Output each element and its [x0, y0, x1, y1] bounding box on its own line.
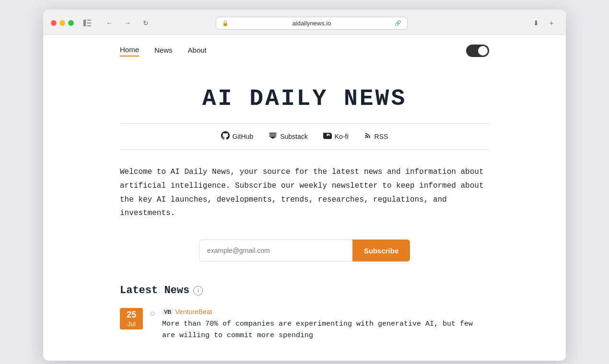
date-day: 25 [123, 310, 140, 320]
news-content: VB VentureBeat More than 70% of companie… [162, 308, 489, 341]
svg-point-6 [365, 136, 366, 138]
dark-mode-toggle[interactable] [466, 45, 489, 57]
refresh-icon: ↻ [143, 19, 149, 27]
substack-icon [269, 131, 277, 142]
refresh-button[interactable]: ↻ [139, 16, 152, 30]
rss-link[interactable]: RSS [364, 131, 388, 142]
new-tab-button[interactable]: + [545, 16, 558, 30]
svg-rect-2 [87, 23, 91, 23]
url-text: aidailynews.io [233, 20, 391, 27]
back-icon: ← [106, 19, 113, 27]
section-title: Latest News [120, 284, 189, 296]
svg-rect-5 [269, 135, 277, 136]
info-icon[interactable]: i [193, 286, 203, 296]
forward-icon: → [124, 19, 131, 27]
browser-chrome: ← → ↻ 🔒 aidailynews.io 🔗 ⬇ + [43, 10, 566, 35]
browser-window: ← → ↻ 🔒 aidailynews.io 🔗 ⬇ + Home [43, 10, 566, 361]
date-month: Jul [123, 320, 140, 328]
source-name[interactable]: VentureBeat [175, 308, 212, 316]
social-links: GitHub Substack Ko-fi [120, 123, 489, 150]
section-header: Latest News i [120, 284, 489, 296]
site-description: Welcome to AI Daily News, your source fo… [120, 165, 489, 220]
news-headline[interactable]: More than 70% of companies are experimen… [162, 318, 489, 341]
kofi-link[interactable]: Ko-fi [323, 131, 349, 142]
subscribe-form: Subscribe [120, 239, 489, 262]
rss-icon [364, 132, 372, 141]
nav-links: Home News About [120, 46, 207, 57]
substack-label: Substack [280, 133, 308, 140]
nav-news[interactable]: News [154, 46, 173, 56]
latest-news-section: Latest News i 25 Jul VB VentureBeat [120, 284, 489, 341]
svg-rect-0 [83, 20, 86, 26]
news-source: VB VentureBeat [162, 308, 489, 316]
news-dot [151, 312, 154, 316]
traffic-lights [51, 20, 74, 26]
rss-label: RSS [375, 133, 388, 140]
lock-icon: 🔒 [222, 20, 229, 26]
svg-rect-3 [87, 25, 91, 26]
site-title: AI DAILY NEWS [120, 86, 489, 112]
close-button[interactable] [51, 20, 57, 26]
website-content: Home News About AI DAILY NEWS GitHub [43, 35, 566, 361]
download-button[interactable]: ⬇ [529, 16, 543, 30]
address-bar[interactable]: 🔒 aidailynews.io 🔗 [216, 17, 408, 30]
github-label: GitHub [233, 133, 254, 140]
minimize-button[interactable] [59, 20, 65, 26]
svg-rect-4 [269, 133, 277, 134]
kofi-label: Ko-fi [335, 133, 349, 140]
subscribe-button[interactable]: Subscribe [352, 239, 410, 262]
source-logo: VB [162, 308, 173, 315]
site-nav: Home News About [43, 35, 566, 67]
back-button[interactable]: ← [103, 16, 116, 30]
toggle-knob [478, 46, 488, 56]
nav-home[interactable]: Home [120, 46, 139, 57]
share-icon: 🔗 [395, 20, 401, 26]
sidebar-toggle-button[interactable] [81, 16, 94, 30]
email-input[interactable] [199, 239, 352, 262]
nav-about[interactable]: About [188, 46, 207, 56]
svg-rect-1 [87, 20, 91, 21]
maximize-button[interactable] [68, 20, 74, 26]
forward-button[interactable]: → [121, 16, 134, 30]
main-content: AI DAILY NEWS GitHub Substack [43, 67, 566, 361]
github-link[interactable]: GitHub [221, 131, 254, 142]
github-icon [221, 131, 230, 142]
browser-actions: ⬇ + [529, 16, 558, 30]
kofi-icon [323, 131, 332, 142]
date-badge: 25 Jul [120, 308, 143, 330]
news-item: 25 Jul VB VentureBeat More than 70% of c… [120, 308, 489, 341]
substack-link[interactable]: Substack [269, 131, 308, 142]
